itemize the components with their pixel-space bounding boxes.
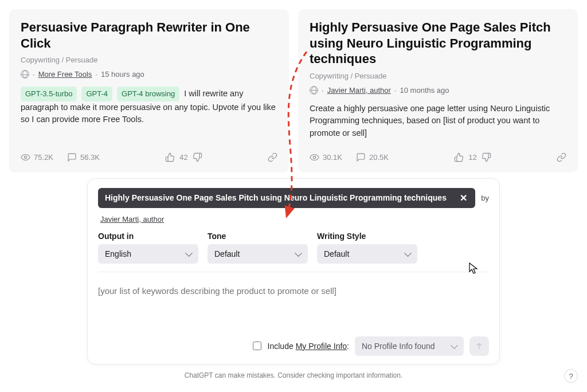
card-author[interactable]: More Free Tools xyxy=(38,70,92,79)
card-footer: 30.1K 20.5K 12 xyxy=(310,150,566,162)
comments-stat: 56.3K xyxy=(67,152,100,162)
prompt-panel: Highly Persuasive One Page Sales Pitch u… xyxy=(87,178,500,364)
model-tag: GPT-4 xyxy=(81,87,112,101)
card-footer: 75.2K 56.3K 42 xyxy=(21,150,277,162)
views-stat: 75.2K xyxy=(21,152,53,162)
globe-icon xyxy=(21,70,29,79)
comments-count: 20.5K xyxy=(369,153,389,162)
card-time: 15 hours ago xyxy=(101,70,144,79)
comments-stat: 20.5K xyxy=(356,152,389,162)
eye-icon xyxy=(21,152,30,162)
model-tag: GPT-3.5-turbo xyxy=(21,87,77,101)
card-time: 10 months ago xyxy=(400,86,449,95)
card-category: Copywriting / Persuade xyxy=(21,56,277,64)
model-tag: GPT-4 browsing xyxy=(117,87,179,101)
tone-select[interactable]: Default xyxy=(208,244,308,264)
output-label: Output in xyxy=(98,232,198,241)
include-profile-label[interactable]: Include My Profile Info: xyxy=(251,340,349,352)
link-icon[interactable] xyxy=(268,152,277,162)
globe-icon xyxy=(310,86,318,95)
like-group: 12 xyxy=(454,152,491,162)
card-title: Persuasive Paragraph Rewriter in One Cli… xyxy=(21,19,277,51)
profile-info-select[interactable]: No Profile Info found xyxy=(355,336,464,356)
by-label: by xyxy=(481,194,489,202)
svg-point-1 xyxy=(313,156,315,158)
thumbs-down-icon[interactable] xyxy=(482,152,491,162)
comment-icon xyxy=(67,152,77,162)
svg-point-0 xyxy=(24,156,26,158)
likes-count: 12 xyxy=(468,153,476,162)
output-language-select[interactable]: English xyxy=(98,244,198,264)
include-link[interactable]: My Profile Info xyxy=(296,342,347,351)
meta-dot: · xyxy=(95,70,97,79)
views-count: 30.1K xyxy=(323,153,342,162)
comments-count: 56.3K xyxy=(80,153,100,162)
disclaimer-text: ChatGPT can make mistakes. Consider chec… xyxy=(9,371,578,379)
link-icon[interactable] xyxy=(557,152,566,162)
thumbs-up-icon[interactable] xyxy=(454,152,464,162)
meta-dot: · xyxy=(394,86,397,95)
card-meta: · Javier Marti, author · 10 months ago xyxy=(310,86,566,95)
writing-style-select[interactable]: Default xyxy=(317,244,417,264)
selected-prompt-pill: Highly Persuasive One Page Sales Pitch u… xyxy=(98,188,475,208)
prompt-card[interactable]: Persuasive Paragraph Rewriter in One Cli… xyxy=(9,9,289,173)
card-description: GPT-3.5-turbo GPT-4 GPT-4 browsing I wil… xyxy=(21,87,277,140)
include-post: : xyxy=(347,342,349,351)
like-group: 42 xyxy=(165,152,202,162)
views-count: 75.2K xyxy=(34,153,53,162)
meta-dot: · xyxy=(322,86,324,95)
card-category: Copywriting / Persuade xyxy=(310,72,566,80)
card-title: Highly Persuasive One Page Sales Pitch u… xyxy=(310,19,566,67)
comment-icon xyxy=(356,152,366,162)
send-button[interactable] xyxy=(469,336,489,356)
card-description: Create a highly persuasive one page lett… xyxy=(310,103,566,140)
likes-count: 42 xyxy=(179,153,187,162)
thumbs-down-icon[interactable] xyxy=(193,152,202,162)
prompt-author[interactable]: Javier Marti, author xyxy=(100,215,164,224)
include-profile-checkbox[interactable] xyxy=(253,342,261,350)
prompt-input[interactable] xyxy=(98,280,489,334)
help-button[interactable]: ? xyxy=(564,369,578,383)
thumbs-up-icon[interactable] xyxy=(165,152,175,162)
tone-label: Tone xyxy=(208,232,308,241)
meta-dot: · xyxy=(33,70,35,79)
eye-icon xyxy=(310,152,319,162)
prompt-card[interactable]: Highly Persuasive One Page Sales Pitch u… xyxy=(298,9,578,173)
include-pre: Include xyxy=(268,342,296,351)
style-label: Writing Style xyxy=(317,232,417,241)
close-icon[interactable]: ✕ xyxy=(459,193,468,203)
card-author[interactable]: Javier Marti, author xyxy=(327,86,391,95)
views-stat: 30.1K xyxy=(310,152,342,162)
card-meta: · More Free Tools · 15 hours ago xyxy=(21,70,277,79)
pill-title: Highly Persuasive One Page Sales Pitch u… xyxy=(105,193,452,202)
